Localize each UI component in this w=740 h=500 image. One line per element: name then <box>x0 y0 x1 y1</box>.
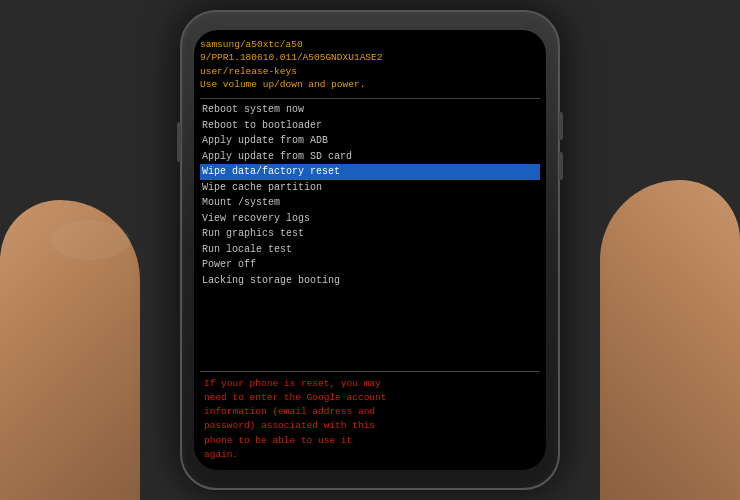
warning-text: If your phone is reset, you may need to … <box>200 377 540 463</box>
menu-item-mount-system[interactable]: Mount /system <box>200 195 540 211</box>
menu-item-locale-test[interactable]: Run locale test <box>200 242 540 258</box>
menu-item-apply-sd[interactable]: Apply update from SD card <box>200 149 540 165</box>
hand-left <box>0 200 140 500</box>
menu-item-reboot-system[interactable]: Reboot system now <box>200 102 540 118</box>
scene: samsung/a50xtc/a50 9/PPR1.180610.011/A50… <box>0 0 740 500</box>
header-line-3: user/release-keys <box>200 65 540 78</box>
volume-up-button[interactable] <box>559 112 563 140</box>
menu-item-graphics-test[interactable]: Run graphics test <box>200 226 540 242</box>
menu-item-power-off[interactable]: Power off <box>200 257 540 273</box>
warning-section: If your phone is reset, you may need to … <box>200 371 540 463</box>
phone-screen: samsung/a50xtc/a50 9/PPR1.180610.011/A50… <box>194 30 546 470</box>
warning-line-5: phone to be able to use it <box>204 435 352 446</box>
menu-item-apply-adb[interactable]: Apply update from ADB <box>200 133 540 149</box>
recovery-screen: samsung/a50xtc/a50 9/PPR1.180610.011/A50… <box>194 30 546 470</box>
menu-item-view-logs[interactable]: View recovery logs <box>200 211 540 227</box>
warning-line-1: If your phone is reset, you may <box>204 378 381 389</box>
menu-section: Reboot system now Reboot to bootloader A… <box>200 102 540 367</box>
phone-outer: samsung/a50xtc/a50 9/PPR1.180610.011/A50… <box>180 10 560 490</box>
header-line-4: Use volume up/down and power. <box>200 78 540 91</box>
menu-item-reboot-bootloader[interactable]: Reboot to bootloader <box>200 118 540 134</box>
warning-line-6: again. <box>204 449 238 460</box>
power-button[interactable] <box>177 122 181 162</box>
volume-down-button[interactable] <box>559 152 563 180</box>
warning-line-3: information (email address and <box>204 406 375 417</box>
header-line-2: 9/PPR1.180610.011/A505GNDXU1ASE2 <box>200 51 540 64</box>
hand-right <box>600 180 740 500</box>
warning-line-4: password) associated with this <box>204 420 375 431</box>
header-section: samsung/a50xtc/a50 9/PPR1.180610.011/A50… <box>200 38 540 91</box>
menu-item-wipe-cache[interactable]: Wipe cache partition <box>200 180 540 196</box>
menu-item-wipe-factory[interactable]: Wipe data/factory reset <box>200 164 540 180</box>
header-line-1: samsung/a50xtc/a50 <box>200 38 540 51</box>
menu-item-lacking-storage[interactable]: Lacking storage booting <box>200 273 540 289</box>
warning-line-2: need to enter the Google account <box>204 392 386 403</box>
divider-top <box>200 98 540 99</box>
